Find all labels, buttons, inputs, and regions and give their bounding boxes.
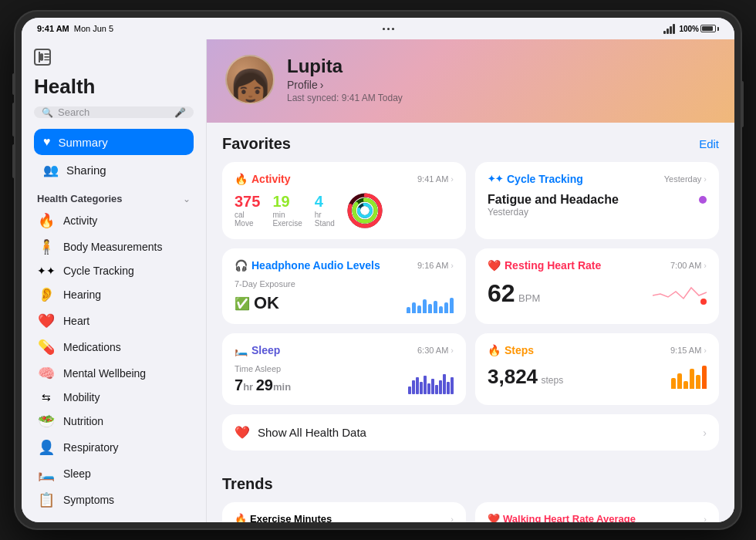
activity-stats: 375 cal Move 19 min Exercise [235, 193, 454, 228]
sidebar-item-mobility[interactable]: ⇆ Mobility [34, 386, 194, 408]
body-cat-label: Body Measurements [63, 241, 162, 253]
sidebar-toggle-icon[interactable] [34, 49, 51, 66]
headphone-card[interactable]: 🎧 Headphone Audio Levels 9:16 AM › [222, 248, 466, 324]
status-bar-left: 9:41 AM Mon Jun 5 [37, 24, 113, 33]
trends-section: Trends 🔥 Exercise Minutes › [207, 475, 734, 522]
profile-link[interactable]: Profile › [287, 79, 403, 91]
search-placeholder: Search [58, 106, 170, 118]
status-bar-right: 100% [663, 24, 719, 34]
nav-sharing[interactable]: 👥 Sharing [34, 157, 194, 184]
sidebar-item-nutrition[interactable]: 🥗 Nutrition [34, 408, 194, 434]
sleep-cat-icon: 🛏️ [37, 465, 56, 482]
sleep-cat-label: Sleep [63, 467, 91, 480]
medications-cat-icon: 💊 [37, 339, 56, 356]
volume-down-button[interactable] [12, 144, 15, 178]
steps-bar-chart [671, 364, 707, 389]
sleep-card-title: 🛏️ Sleep [235, 344, 280, 356]
trend-exercise-icon: 🔥 [235, 513, 247, 522]
audio-bar-chart [407, 292, 454, 313]
categories-chevron[interactable]: ⌄ [183, 194, 191, 204]
sleep-card-time: 6:30 AM › [417, 346, 454, 355]
svg-rect-2 [44, 56, 49, 58]
sidebar-item-sleep[interactable]: 🛏️ Sleep [34, 461, 194, 487]
trend-heart-title: ❤️ Walking Heart Rate Average [488, 513, 636, 522]
wifi-icon [663, 24, 675, 34]
headphone-card-title: 🎧 Headphone Audio Levels [235, 259, 380, 272]
trends-title-row: Trends [222, 475, 719, 493]
cycle-dot [699, 196, 707, 204]
mobility-cat-icon: ⇆ [37, 391, 56, 403]
heart-icon: ❤️ [488, 259, 501, 272]
mobility-cat-label: Mobility [63, 391, 100, 403]
trend-heart-icon: ❤️ [488, 513, 500, 522]
volume-up-button[interactable] [12, 103, 15, 137]
sidebar-item-mental-wellbeing[interactable]: 🧠 Mental Wellbeing [34, 360, 194, 386]
svg-rect-0 [40, 53, 43, 60]
heart-cat-label: Heart [63, 315, 89, 327]
sidebar-item-body-measurements[interactable]: 🧍 Body Measurements [34, 234, 194, 260]
cycle-event: Fatigue and Headache [488, 193, 619, 207]
sleep-bar-chart [408, 373, 454, 394]
edit-button[interactable]: Edit [699, 137, 719, 150]
sleep-hours: 7hr 29min [235, 376, 291, 393]
sleep-icon: 🛏️ [235, 344, 248, 356]
activity-cat-label: Activity [63, 214, 97, 227]
main-content: Lupita Profile › Last synced: 9:41 AM To… [207, 39, 734, 522]
profile-name: Lupita [287, 56, 403, 77]
heart-rate-value: 62 [488, 279, 515, 307]
trend-walking-heart-rate[interactable]: ❤️ Walking Heart Rate Average › [475, 502, 719, 522]
show-all-health-data-button[interactable]: ❤️ Show All Health Data › [222, 414, 719, 451]
move-stat: 375 cal Move [235, 193, 260, 228]
sidebar-item-medications[interactable]: 💊 Medications [34, 334, 194, 360]
headphone-icon: 🎧 [235, 259, 248, 272]
battery-percent: 100% [679, 25, 699, 33]
sidebar-item-hearing[interactable]: 👂 Hearing [34, 282, 194, 308]
show-all-label: Show All Health Data [258, 426, 695, 439]
steps-card-time: 9:15 AM › [670, 346, 707, 355]
nutrition-cat-icon: 🥗 [37, 413, 56, 430]
show-all-heart-icon: ❤️ [235, 425, 250, 440]
heart-dot [700, 299, 707, 305]
stand-stat: 4 hr Stand [315, 193, 335, 228]
mic-icon: 🎤 [174, 107, 186, 118]
steps-value: 3,824 [488, 365, 538, 388]
search-bar[interactable]: 🔍 Search 🎤 [34, 106, 194, 118]
favorites-grid: 🔥 Activity 9:41 AM › [222, 162, 719, 405]
headphone-card-time: 9:16 AM › [417, 261, 454, 270]
show-all-chevron: › [703, 427, 707, 439]
app-body: Health 🔍 Search 🎤 ♥ Summary 👥 Sharing [22, 39, 734, 522]
heart-card-time: 7:00 AM › [670, 261, 707, 270]
sidebar-item-activity[interactable]: 🔥 Activity [34, 208, 194, 234]
cycle-cat-label: Cycle Tracking [63, 265, 134, 277]
trend-heart-chevron: › [704, 515, 707, 523]
respiratory-cat-label: Respiratory [63, 441, 119, 454]
activity-card[interactable]: 🔥 Activity 9:41 AM › [222, 162, 466, 239]
sidebar-item-respiratory[interactable]: 👤 Respiratory [34, 434, 194, 461]
heart-rate-card[interactable]: ❤️ Resting Heart Rate 7:00 AM › [475, 248, 719, 324]
cycle-event-sub: Yesterday [488, 207, 619, 218]
sidebar-item-heart[interactable]: ❤️ Heart [34, 308, 194, 334]
steps-card[interactable]: 🔥 Steps 9:15 AM › 3,824 [475, 333, 719, 405]
activity-cat-icon: 🔥 [37, 212, 56, 229]
sidebar-item-cycle-tracking[interactable]: ✦✦ Cycle Tracking [34, 260, 194, 282]
nav-summary[interactable]: ♥ Summary [34, 129, 194, 155]
exposure-label: 7-Day Exposure [235, 279, 295, 289]
dot-2 [387, 28, 390, 30]
sharing-icon: 👥 [43, 163, 59, 177]
activity-card-icon: 🔥 [235, 173, 248, 185]
sidebar-item-symptoms[interactable]: 📋 Symptoms [34, 487, 194, 513]
sleep-card[interactable]: 🛏️ Sleep 6:30 AM › Time Aslee [222, 333, 466, 405]
heart-card-title: ❤️ Resting Heart Rate [488, 259, 601, 272]
mental-cat-label: Mental Wellbeing [63, 367, 146, 380]
mute-button[interactable] [12, 73, 15, 95]
search-icon: 🔍 [42, 107, 53, 118]
steps-unit: steps [542, 375, 564, 386]
hearing-cat-label: Hearing [63, 289, 101, 301]
cycle-card-icon: ✦✦ [488, 174, 503, 184]
trend-exercise-minutes[interactable]: 🔥 Exercise Minutes › [222, 502, 466, 522]
power-button[interactable] [741, 81, 744, 127]
profile-header: Lupita Profile › Last synced: 9:41 AM To… [207, 39, 734, 123]
respiratory-cat-icon: 👤 [37, 439, 56, 456]
cycle-tracking-card[interactable]: ✦✦ Cycle Tracking Yesterday › [475, 162, 719, 239]
symptoms-cat-label: Symptoms [63, 494, 114, 506]
